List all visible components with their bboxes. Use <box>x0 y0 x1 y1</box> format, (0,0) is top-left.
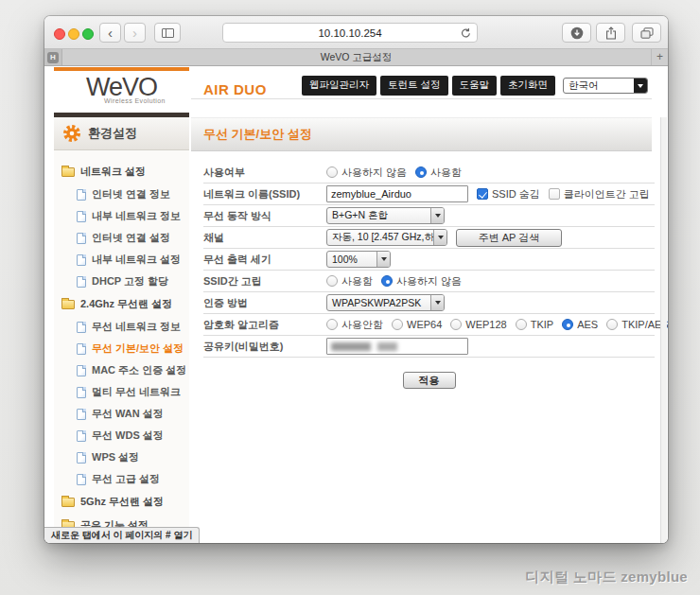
radio-button[interactable] <box>562 319 573 330</box>
radio-button[interactable] <box>326 166 338 178</box>
document-icon <box>77 322 86 333</box>
nav-button[interactable]: 토런트 설정 <box>380 76 447 96</box>
sidebar-item[interactable]: 내부 네트워크 정보 <box>54 205 189 227</box>
field-controls: 사용안함WEP64WEP128TKIPAESTKIP/AES <box>326 318 655 332</box>
sidebar-toggle-button[interactable] <box>154 23 181 43</box>
nav-button[interactable]: 초기화면 <box>500 76 555 96</box>
sidebar-folder-item[interactable]: 5Ghz 무선랜 설정 <box>54 490 189 514</box>
sidebar-item-label: 무선 고급 설정 <box>92 472 160 486</box>
downloads-button[interactable] <box>562 23 591 43</box>
document-icon <box>77 430 86 442</box>
radio-button[interactable] <box>516 319 527 330</box>
radio-option[interactable]: 사용하지 않음 <box>326 166 407 180</box>
field-label: 사용여부 <box>203 166 326 180</box>
table-row: SSID간 고립사용함사용하지 않음 <box>203 271 655 292</box>
logo-text: WeVO <box>54 74 189 100</box>
back-button[interactable]: ‹ <box>99 23 121 43</box>
text-input[interactable]: zemyblue_Airduo <box>326 185 468 202</box>
checkbox-option[interactable]: SSID 숨김 <box>477 187 540 201</box>
sidebar-item[interactable]: DHCP 고정 할당 <box>54 271 189 292</box>
forward-button[interactable]: › <box>124 23 146 43</box>
logo-tagline: Wireless Evolution <box>54 97 189 104</box>
language-select[interactable]: 한국어 <box>563 78 648 94</box>
radio-option[interactable]: WEP128 <box>450 319 506 330</box>
field-label: 채널 <box>203 231 326 245</box>
left-column: WeVO Wireless Evolution 환경설정 네트워크 설정인터넷 … <box>54 67 189 543</box>
sidebar-item-label: 인터넷 연결 정보 <box>92 187 170 201</box>
radio-option[interactable]: 사용안함 <box>326 318 383 332</box>
sidebar-item[interactable]: 무선 WDS 설정 <box>54 425 189 446</box>
checkbox-option[interactable]: 클라이언트간 고립 <box>549 187 650 201</box>
select[interactable]: 자동, 10 [2.457 GHz,하위] <box>326 229 447 246</box>
sidebar-item[interactable]: 인터넷 연결 설정 <box>54 227 189 249</box>
form-button[interactable]: 주변 AP 검색 <box>456 229 562 247</box>
sidebar-item[interactable]: 멀티 무선 네트워크 <box>54 381 189 403</box>
show-tabs-button[interactable] <box>632 23 661 43</box>
sidebar-folder-item[interactable]: 네트워크 설정 <box>54 160 189 184</box>
radio-option[interactable]: TKIP/AES <box>606 319 668 330</box>
checkbox[interactable] <box>477 188 488 200</box>
url-text: 10.10.10.254 <box>318 27 381 39</box>
field-controls: 자동, 10 [2.457 GHz,하위]주변 AP 검색 <box>326 229 655 247</box>
radio-option[interactable]: 사용하지 않음 <box>381 274 462 289</box>
sidebar-item[interactable]: 무선 네트워크 정보 <box>54 316 189 338</box>
sidebar-folder-item[interactable]: 2.4Ghz 무선랜 설정 <box>54 292 189 316</box>
select[interactable]: B+G+N 혼합 <box>326 207 445 224</box>
checkbox[interactable] <box>549 188 560 200</box>
table-row: 공유키(비밀번호) <box>203 336 655 358</box>
close-window-icon[interactable] <box>54 28 65 40</box>
sidebar-item[interactable]: WPS 설정 <box>54 446 189 468</box>
url-input[interactable]: 10.10.10.254 <box>222 23 478 43</box>
scrollbar[interactable] <box>660 117 667 543</box>
dropdown-arrow-icon <box>433 230 446 245</box>
active-tab[interactable]: WeVO 고급설정 <box>44 49 668 65</box>
sidebar-icon <box>162 28 174 38</box>
radio-button[interactable] <box>326 275 338 287</box>
radio-button[interactable] <box>415 166 427 178</box>
document-icon <box>77 409 86 420</box>
minimize-window-icon[interactable] <box>68 28 79 40</box>
document-icon <box>77 233 86 244</box>
password-field[interactable] <box>326 338 468 355</box>
radio-button[interactable] <box>326 319 338 330</box>
nav-button[interactable]: 도움말 <box>452 76 498 96</box>
sidebar-item[interactable]: 내부 네트워크 설정 <box>54 249 189 271</box>
sidebar-item-label: 내부 네트워크 설정 <box>92 253 181 267</box>
sidebar-item[interactable]: 무선 고급 설정 <box>54 468 189 490</box>
radio-option[interactable]: AES <box>562 319 598 330</box>
masked-value <box>331 342 408 351</box>
zoom-window-icon[interactable] <box>82 28 94 40</box>
select[interactable]: 100% <box>326 251 391 268</box>
radio-option[interactable]: WEP64 <box>392 319 442 330</box>
select[interactable]: WPAPSKWPA2PSK <box>326 294 445 311</box>
field-label: 암호화 알고리즘 <box>203 318 326 332</box>
triangle-icon <box>638 84 643 88</box>
radio-option[interactable]: 사용함 <box>415 166 462 180</box>
new-tab-button[interactable]: + <box>651 49 668 65</box>
radio-button[interactable] <box>606 319 618 330</box>
radio-label: 사용하지 않음 <box>341 166 407 180</box>
radio-label: TKIP <box>531 319 553 330</box>
header-divider <box>191 98 652 99</box>
field-controls: 사용함사용하지 않음 <box>326 274 655 289</box>
radio-button[interactable] <box>450 319 462 330</box>
radio-button[interactable] <box>392 319 403 330</box>
sidebar-item[interactable]: 인터넷 연결 정보 <box>54 184 189 205</box>
share-button[interactable] <box>596 23 625 43</box>
apply-button[interactable]: 적용 <box>403 372 456 389</box>
triangle-icon <box>435 301 441 305</box>
watermark: 디지털 노마드 zemyblue <box>526 569 689 586</box>
nav-button[interactable]: 웹파일관리자 <box>302 76 376 96</box>
reload-icon[interactable] <box>461 27 471 39</box>
radio-button[interactable] <box>381 275 393 287</box>
sidebar-item[interactable]: MAC 주소 인증 설정 <box>54 359 189 381</box>
sidebar-item-label: 무선 기본/보안 설정 <box>92 341 184 356</box>
document-icon <box>77 365 86 376</box>
radio-option[interactable]: 사용함 <box>326 274 373 289</box>
radio-option[interactable]: TKIP <box>516 319 553 330</box>
sidebar-item[interactable]: 무선 기본/보안 설정 <box>54 338 189 359</box>
field-controls: WPAPSKWPA2PSK <box>326 294 655 311</box>
radio-label: WEP64 <box>407 319 442 330</box>
table-row: 네트워크 이름(SSID)zemyblue_AirduoSSID 숨김클라이언트… <box>203 184 655 205</box>
sidebar-item[interactable]: 무선 WAN 설정 <box>54 403 189 425</box>
